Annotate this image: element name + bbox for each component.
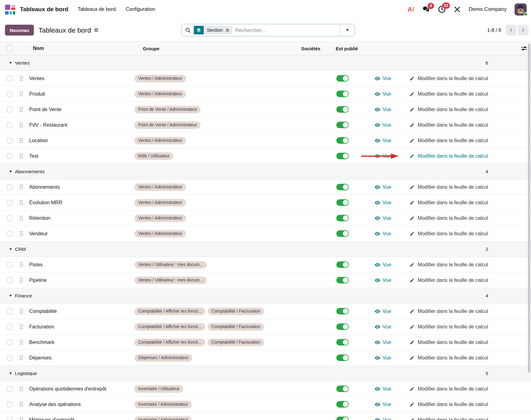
edit-in-spreadsheet-link[interactable]: Modifier dans la feuille de calcul (407, 257, 531, 272)
drag-handle-icon[interactable] (19, 106, 23, 112)
published-toggle[interactable] (336, 153, 349, 159)
column-header-companies[interactable]: Sociétés (300, 42, 334, 55)
drag-handle-icon[interactable] (19, 215, 23, 221)
published-toggle[interactable] (336, 215, 349, 221)
drag-handle-icon[interactable] (19, 200, 23, 205)
row-checkbox[interactable] (7, 402, 12, 407)
published-toggle[interactable] (336, 137, 349, 144)
row-checkbox[interactable] (7, 417, 12, 420)
edit-in-spreadsheet-link[interactable]: Modifier dans la feuille de calcul (407, 195, 531, 210)
dashboard-name[interactable]: Dépenses (27, 350, 134, 365)
view-link[interactable]: Vue (371, 133, 407, 148)
dashboard-name[interactable]: Métriques d'entrepôt (27, 412, 134, 420)
row-checkbox[interactable] (7, 76, 12, 81)
activities-button[interactable]: 23 (438, 5, 446, 13)
search-input[interactable] (235, 24, 355, 36)
view-link[interactable]: Vue (371, 210, 407, 226)
row-checkbox[interactable] (7, 355, 12, 361)
dashboard-name[interactable]: Vendeur (27, 226, 134, 241)
edit-in-spreadsheet-link[interactable]: Modifier dans la feuille de calcul (407, 102, 531, 117)
row-checkbox[interactable] (7, 138, 12, 143)
dashboard-name[interactable]: Location (27, 133, 134, 148)
row-checkbox[interactable] (7, 215, 12, 221)
drag-handle-icon[interactable] (19, 324, 23, 330)
drag-handle-icon[interactable] (19, 138, 23, 143)
drag-handle-icon[interactable] (19, 153, 23, 159)
column-header-published[interactable]: Est publié (334, 42, 371, 55)
group-row[interactable]: Finance 4 (0, 288, 531, 304)
drag-handle-icon[interactable] (19, 231, 23, 237)
view-link[interactable]: Vue (371, 319, 407, 334)
published-toggle[interactable] (336, 199, 349, 206)
view-link[interactable]: Vue (371, 148, 407, 164)
new-button[interactable]: Nouveau (5, 25, 34, 36)
group-row[interactable]: Ventes 6 (0, 55, 531, 71)
row-checkbox[interactable] (7, 386, 12, 392)
column-header-name[interactable]: Nom (27, 42, 134, 55)
row-checkbox[interactable] (7, 122, 12, 128)
dashboard-name[interactable]: Évolution MRR (27, 195, 134, 210)
published-toggle[interactable] (336, 417, 349, 420)
published-toggle[interactable] (336, 184, 349, 190)
view-link[interactable]: Vue (371, 412, 407, 420)
edit-in-spreadsheet-link[interactable]: Modifier dans la feuille de calcul (407, 210, 531, 226)
row-checkbox[interactable] (7, 262, 12, 268)
view-link[interactable]: Vue (371, 257, 407, 272)
messages-button[interactable]: 9 (422, 6, 430, 13)
drag-handle-icon[interactable] (19, 339, 23, 345)
published-toggle[interactable] (336, 277, 349, 283)
gear-icon[interactable]: ⚙ (94, 28, 98, 33)
published-toggle[interactable] (336, 91, 349, 97)
published-toggle[interactable] (336, 308, 349, 314)
pager-previous-button[interactable] (506, 25, 516, 36)
vertical-scrollbar[interactable] (528, 43, 530, 373)
dashboard-name[interactable]: Benchmark (27, 335, 134, 350)
group-row[interactable]: Abonnements 4 (0, 164, 531, 179)
facet-remove-icon[interactable] (226, 29, 229, 32)
dashboard-name[interactable]: Pistes (27, 257, 134, 272)
view-link[interactable]: Vue (371, 71, 407, 86)
edit-in-spreadsheet-link[interactable]: Modifier dans la feuille de calcul (407, 179, 531, 195)
edit-in-spreadsheet-link[interactable]: Modifier dans la feuille de calcul (407, 335, 531, 350)
published-toggle[interactable] (336, 261, 349, 268)
group-row[interactable]: CRM 2 (0, 242, 531, 257)
edit-in-spreadsheet-link[interactable]: Modifier dans la feuille de calcul (407, 304, 531, 319)
drag-handle-icon[interactable] (19, 277, 23, 283)
published-toggle[interactable] (336, 75, 349, 82)
row-checkbox[interactable] (7, 324, 12, 330)
published-toggle[interactable] (336, 323, 349, 330)
edit-in-spreadsheet-link[interactable]: Modifier dans la feuille de calcul (407, 226, 531, 241)
view-link[interactable]: Vue (371, 273, 407, 288)
dashboard-name[interactable]: Point de Vente (27, 102, 134, 117)
edit-in-spreadsheet-link[interactable]: Modifier dans la feuille de calcul (407, 350, 531, 365)
row-checkbox[interactable] (7, 231, 12, 237)
select-all-checkbox[interactable] (7, 46, 12, 51)
pager-next-button[interactable] (518, 25, 529, 36)
published-toggle[interactable] (336, 122, 349, 128)
view-link[interactable]: Vue (371, 102, 407, 117)
published-toggle[interactable] (336, 230, 349, 237)
row-checkbox[interactable] (7, 309, 12, 314)
column-header-group[interactable]: Groupe (134, 42, 300, 55)
edit-in-spreadsheet-link[interactable]: Modifier dans la feuille de calcul (407, 148, 531, 164)
drag-handle-icon[interactable] (19, 75, 23, 81)
ai-icon[interactable]: AI (407, 6, 414, 13)
published-toggle[interactable] (336, 339, 349, 345)
row-checkbox[interactable] (7, 200, 12, 205)
user-avatar[interactable] (515, 3, 527, 16)
view-link[interactable]: Vue (371, 195, 407, 210)
view-link[interactable]: Vue (371, 226, 407, 241)
row-checkbox[interactable] (7, 153, 12, 159)
edit-in-spreadsheet-link[interactable]: Modifier dans la feuille de calcul (407, 319, 531, 334)
company-switcher[interactable]: Demo Company (469, 6, 507, 12)
dashboard-name[interactable]: PdV - Restaurant (27, 117, 134, 133)
search-bar[interactable]: Section (181, 24, 355, 36)
edit-in-spreadsheet-link[interactable]: Modifier dans la feuille de calcul (407, 397, 531, 412)
menu-item-configuration[interactable]: Configuration (126, 7, 155, 12)
row-checkbox[interactable] (7, 184, 12, 190)
view-link[interactable]: Vue (371, 397, 407, 412)
dashboard-name[interactable]: Produit (27, 86, 134, 102)
edit-in-spreadsheet-link[interactable]: Modifier dans la feuille de calcul (407, 117, 531, 133)
dashboard-name[interactable]: Opérations quotidiennes d'entrepôt (27, 381, 134, 396)
edit-in-spreadsheet-link[interactable]: Modifier dans la feuille de calcul (407, 381, 531, 396)
